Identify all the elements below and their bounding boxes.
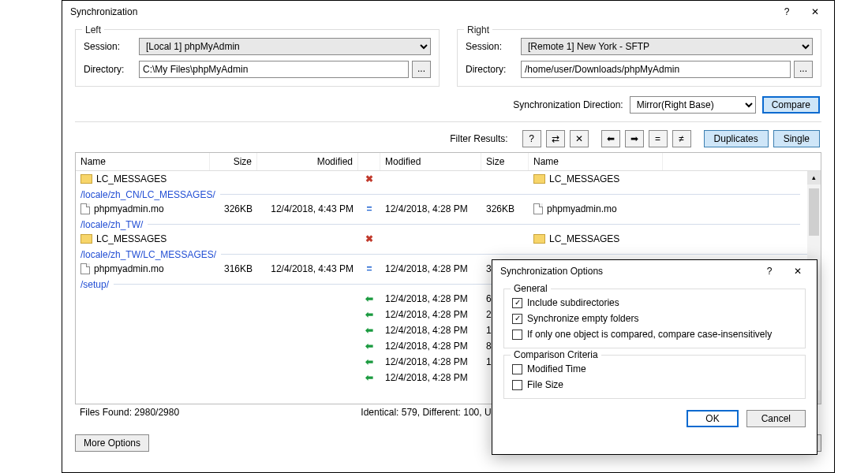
sync-empty-row[interactable]: ✓ Synchronize empty folders	[512, 313, 797, 324]
options-footer: OK Cancel	[492, 405, 817, 435]
col-name-left[interactable]: Name	[76, 153, 210, 170]
help-button[interactable]: ?	[773, 1, 801, 23]
filter-equal-icon[interactable]: =	[649, 130, 668, 147]
status-files-found: Files Found: 2980/2980	[80, 407, 325, 418]
left-directory-label: Directory:	[84, 64, 139, 75]
session-panes: Left Session: [Local 1] phpMyAdmin Direc…	[75, 29, 821, 87]
sync-direction-row: Synchronization Direction: Mirror(Right …	[75, 96, 821, 114]
modified-time-label: Modified Time	[527, 363, 586, 374]
sync-empty-checkbox[interactable]: ✓	[512, 314, 522, 324]
options-help-button[interactable]: ?	[755, 260, 784, 282]
modified-time-row[interactable]: Modified Time	[512, 363, 797, 374]
action-icon: =	[358, 203, 380, 214]
filter-right-icon[interactable]: ➡	[625, 130, 644, 147]
file-icon	[533, 203, 543, 214]
col-name-right[interactable]: Name	[529, 153, 663, 170]
general-legend: General	[511, 283, 551, 294]
column-headers: Name Size Modified Modified Size Name	[76, 153, 821, 171]
criteria-fieldset: Comparison Criteria Modified Time File S…	[503, 355, 806, 399]
action-icon: ⬅	[358, 293, 380, 304]
result-row[interactable]: phpmyadmin.mo326KB12/4/2018, 4:43 PM=12/…	[76, 201, 821, 217]
include-subdirs-row[interactable]: ✓ Include subdirectories	[512, 297, 797, 308]
action-icon: =	[358, 263, 380, 274]
left-browse-button[interactable]: ...	[412, 61, 431, 78]
sync-empty-label: Synchronize empty folders	[527, 313, 638, 324]
options-titlebar: Synchronization Options ? ✕	[492, 260, 817, 282]
file-size-checkbox[interactable]	[512, 380, 522, 390]
criteria-legend: Comparison Criteria	[511, 349, 601, 360]
left-session-label: Session:	[84, 41, 139, 52]
right-legend: Right	[464, 24, 492, 35]
filter-left-icon[interactable]: ⬅	[601, 130, 620, 147]
options-title: Synchronization Options	[497, 266, 755, 277]
right-session-select[interactable]: [Remote 1] New York - SFTP	[521, 38, 813, 55]
close-button[interactable]: ✕	[801, 1, 829, 23]
more-options-button[interactable]: More Options	[75, 434, 149, 452]
path-row[interactable]: /locale/zh_CN/LC_MESSAGES/˄	[76, 187, 821, 201]
options-close-button[interactable]: ✕	[784, 260, 812, 282]
right-browse-button[interactable]: ...	[794, 61, 813, 78]
col-modified-left[interactable]: Modified	[257, 153, 358, 170]
action-icon: ✖	[358, 233, 380, 244]
path-row[interactable]: /locale/zh_TW/˄	[76, 217, 821, 231]
duplicates-toggle[interactable]: Duplicates	[704, 130, 769, 147]
dialog-title: Synchronization	[67, 6, 773, 17]
case-insensitive-checkbox[interactable]	[512, 330, 522, 340]
case-insensitive-row[interactable]: If only one object is compared, compare …	[512, 329, 797, 340]
result-row[interactable]: LC_MESSAGES✖LC_MESSAGES	[76, 231, 821, 247]
filter-clear-icon[interactable]: ✕	[570, 130, 589, 147]
cancel-button[interactable]: Cancel	[746, 410, 806, 427]
action-icon: ⬅	[358, 309, 380, 320]
file-icon	[80, 203, 90, 214]
action-icon: ⬅	[358, 325, 380, 336]
left-directory-input[interactable]	[139, 61, 409, 78]
titlebar: Synchronization ? ✕	[62, 1, 834, 23]
scroll-thumb[interactable]	[809, 188, 819, 236]
file-icon	[80, 263, 90, 274]
sync-direction-label: Synchronization Direction:	[513, 99, 623, 110]
case-insensitive-label: If only one object is compared, compare …	[527, 329, 772, 340]
include-subdirs-label: Include subdirectories	[527, 297, 619, 308]
scroll-up-icon[interactable]: ▴	[807, 171, 821, 184]
folder-icon	[533, 174, 545, 184]
separator	[75, 121, 821, 122]
modified-time-checkbox[interactable]	[512, 364, 522, 374]
folder-icon	[533, 234, 545, 244]
col-size-left[interactable]: Size	[210, 153, 257, 170]
filter-swap-icon[interactable]: ⇄	[546, 130, 565, 147]
compare-button[interactable]: Compare	[762, 96, 820, 114]
filter-row: Filter Results: ? ⇄ ✕ ⬅ ➡ = ≠ Duplicates…	[75, 130, 821, 147]
folder-icon	[80, 234, 92, 244]
single-toggle[interactable]: Single	[773, 130, 820, 147]
sync-direction-select[interactable]: Mirror(Right Base)	[630, 96, 756, 114]
options-dialog: Synchronization Options ? ✕ General ✓ In…	[492, 259, 817, 455]
col-modified-right[interactable]: Modified	[380, 153, 481, 170]
result-row[interactable]: LC_MESSAGES✖LC_MESSAGES	[76, 171, 821, 187]
filter-notequal-icon[interactable]: ≠	[672, 130, 691, 147]
right-directory-label: Directory:	[466, 64, 521, 75]
left-legend: Left	[82, 24, 104, 35]
left-pane: Left Session: [Local 1] phpMyAdmin Direc…	[75, 29, 440, 87]
general-fieldset: General ✓ Include subdirectories ✓ Synch…	[503, 289, 806, 348]
filter-help-icon[interactable]: ?	[522, 130, 541, 147]
include-subdirs-checkbox[interactable]: ✓	[512, 298, 522, 308]
file-size-label: File Size	[527, 379, 563, 390]
file-size-row[interactable]: File Size	[512, 379, 797, 390]
folder-icon	[80, 174, 92, 184]
col-action	[358, 153, 380, 170]
left-session-select[interactable]: [Local 1] phpMyAdmin	[139, 38, 431, 55]
action-icon: ⬅	[358, 341, 380, 352]
col-size-right[interactable]: Size	[481, 153, 529, 170]
ok-button[interactable]: OK	[687, 410, 738, 427]
right-session-label: Session:	[466, 41, 521, 52]
action-icon: ⬅	[358, 356, 380, 367]
right-pane: Right Session: [Remote 1] New York - SFT…	[457, 29, 821, 87]
right-directory-input[interactable]	[521, 61, 791, 78]
action-icon: ⬅	[358, 372, 380, 383]
filter-label: Filter Results:	[450, 133, 507, 144]
action-icon: ✖	[358, 173, 380, 184]
